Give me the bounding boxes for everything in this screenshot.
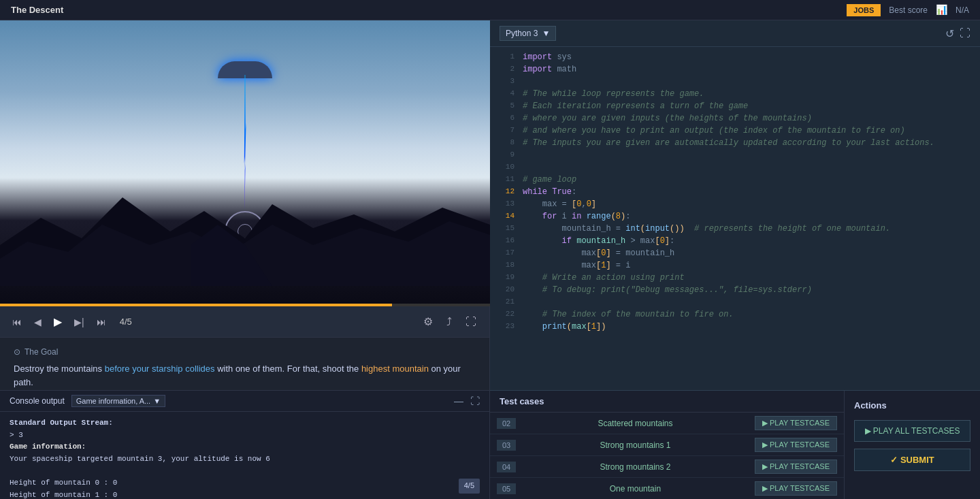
code-line-5: 5# Each iteration represents a turn of t… <box>490 101 980 114</box>
code-editor-body[interactable]: 1import sys 2import math 3 4# The while … <box>490 47 980 390</box>
code-line-18: 18 max[1] = i <box>490 261 980 273</box>
video-controls: ⏮ ◀ ▶ ▶| ⏭ 4/5 ⚙ ⤴ ⛶ <box>0 306 489 338</box>
code-line-13: 13 max = [0,0] <box>490 199 980 212</box>
score-icon: 📊 <box>936 4 947 16</box>
code-line-10: 10 <box>490 163 980 175</box>
actions-panel: Actions ▶ PLAY ALL TESTCASES ✓ SUBMIT <box>844 391 980 499</box>
code-line-1: 1import sys <box>490 52 980 65</box>
header: The Descent JOBS Best score 📊 N/A <box>0 0 980 20</box>
code-line-15: 15 mountain_h = int(input()) # represent… <box>490 224 980 236</box>
console-area: Console output Game information, A... ▼ … <box>0 390 489 499</box>
code-line-17: 17 max[0] = mountain_h <box>490 248 980 261</box>
code-line-20: 20 # To debug: print("Debug messages..."… <box>490 285 980 297</box>
code-line-12: 12while True: <box>490 187 980 199</box>
code-line-21: 21 <box>490 297 980 310</box>
code-line-7: 7# and where you have to print an output… <box>490 126 980 138</box>
step-forward-button[interactable]: ▶| <box>71 315 87 329</box>
console-dropdown[interactable]: Game information, A... ▼ <box>71 395 165 407</box>
description-area: The Goal Destroy the mountains before yo… <box>0 338 489 390</box>
code-line-16: 16 if mountain_h > max[0]: <box>490 236 980 248</box>
goal-text-2: with one of them. For that, shoot the <box>215 364 361 374</box>
code-line-3: 3 <box>490 77 980 89</box>
console-expand-button[interactable]: ⛶ <box>470 396 480 406</box>
play-testcase-04-button[interactable]: ▶ PLAY TESTCASE <box>755 460 837 474</box>
console-page-indicator: 4/5 <box>459 479 480 494</box>
chevron-down-icon: ▼ <box>542 29 550 38</box>
step-back-button[interactable]: ◀ <box>31 315 44 329</box>
test-case-name-04: Strong mountains 2 <box>523 462 748 472</box>
score-value: N/A <box>956 5 969 15</box>
code-line-8: 8# The inputs you are given are automati… <box>490 138 980 150</box>
console-line-mountain0: Height of mountain 0 : 0 <box>10 477 480 489</box>
test-case-name-03: Strong mountains 1 <box>523 440 748 450</box>
refresh-button[interactable]: ↺ <box>945 27 954 40</box>
expand-editor-button[interactable]: ⛶ <box>960 27 970 39</box>
skip-forward-end-button[interactable]: ⏭ <box>94 315 109 329</box>
code-line-6: 6# where you are given inputs (the heigh… <box>490 114 980 126</box>
share-button[interactable]: ⤴ <box>443 314 455 330</box>
actions-title: Actions <box>854 400 970 411</box>
header-right: JOBS Best score 📊 N/A <box>847 4 969 16</box>
test-case-num-03: 03 <box>497 440 516 451</box>
test-case-num-04: 04 <box>497 462 516 472</box>
play-testcase-03-button[interactable]: ▶ PLAY TESTCASE <box>755 438 837 452</box>
code-line-9: 9 <box>490 150 980 163</box>
left-panel: ⏮ ◀ ▶ ▶| ⏭ 4/5 ⚙ ⤴ ⛶ The Goal Destroy th… <box>0 20 490 499</box>
console-header: Console output Game information, A... ▼ … <box>0 391 489 412</box>
progress-bar-fill <box>0 304 392 306</box>
code-line-2: 2import math <box>490 65 980 77</box>
chevron-down-icon: ▼ <box>153 397 161 405</box>
skip-back-start-button[interactable]: ⏮ <box>10 315 24 329</box>
goal-text-1: Destroy the mountains <box>14 364 105 374</box>
video-progress-bar[interactable] <box>0 304 490 306</box>
right-panel: Python 3 ▼ ↺ ⛶ 1import sys 2import math … <box>490 20 980 499</box>
code-line-19: 19 # Write an action using print <box>490 273 980 285</box>
test-case-name-02: Scattered mountains <box>523 419 748 428</box>
code-line-11: 11# game loop <box>490 175 980 187</box>
console-line-game-msg: Your spaceship targeted mountain 3, your… <box>10 453 480 466</box>
test-case-num-05: 05 <box>497 483 516 494</box>
language-selector[interactable]: Python 3 ▼ <box>500 26 556 41</box>
console-line-value: > 3 <box>10 430 480 442</box>
test-case-row-03: 03 Strong mountains 1 ▶ PLAY TESTCASE <box>490 434 844 456</box>
code-editor-header: Python 3 ▼ ↺ ⛶ <box>490 20 980 47</box>
test-case-num-02: 02 <box>497 418 516 429</box>
console-minimize-button[interactable]: — <box>454 396 463 406</box>
console-line-gameinfo: Game information: <box>10 441 480 453</box>
video-player[interactable] <box>0 20 490 306</box>
language-label: Python 3 <box>506 29 538 38</box>
play-testcase-05-button[interactable]: ▶ PLAY TESTCASE <box>755 481 837 496</box>
frame-counter: 4/5 <box>120 317 132 327</box>
mountain-silhouette <box>0 177 490 286</box>
play-all-testcases-button[interactable]: ▶ PLAY ALL TESTCASES <box>854 420 970 442</box>
main-layout: ⏮ ◀ ▶ ▶| ⏭ 4/5 ⚙ ⤴ ⛶ The Goal Destroy th… <box>0 20 980 499</box>
goal-text-highlight2: highest mountain <box>361 364 429 374</box>
play-button[interactable]: ▶ <box>51 313 65 330</box>
submit-button[interactable]: ✓ SUBMIT <box>854 449 970 471</box>
goal-label: The Goal <box>24 347 58 357</box>
test-case-name-05: One mountain <box>523 484 748 494</box>
console-dropdown-label: Game information, A... <box>76 397 150 405</box>
best-score-label: Best score <box>889 5 928 15</box>
fullscreen-button[interactable]: ⛶ <box>462 314 480 330</box>
console-title: Console output <box>10 396 65 406</box>
code-line-14: 14 for i in range(8): <box>490 212 980 224</box>
video-background <box>0 20 490 306</box>
test-case-row-02: 02 Scattered mountains ▶ PLAY TESTCASE <box>490 413 844 434</box>
test-case-row-04: 04 Strong mountains 2 ▶ PLAY TESTCASE <box>490 456 844 478</box>
console-line-stdout: Standard Output Stream: <box>10 417 480 430</box>
app-title: The Descent <box>11 5 63 15</box>
test-cases-header: Test cases <box>490 391 844 413</box>
bottom-panels: Test cases 02 Scattered mountains ▶ PLAY… <box>490 390 980 499</box>
settings-button[interactable]: ⚙ <box>420 313 436 330</box>
test-case-row-05: 05 One mountain ▶ PLAY TESTCASE <box>490 478 844 499</box>
code-line-4: 4# The while loop represents the game. <box>490 89 980 101</box>
console-output: Standard Output Stream: > 3 Game informa… <box>0 412 489 499</box>
goal-text: Destroy the mountains before your starsh… <box>14 362 476 389</box>
play-testcase-02-button[interactable]: ▶ PLAY TESTCASE <box>755 416 837 430</box>
test-cases-panel: Test cases 02 Scattered mountains ▶ PLAY… <box>490 391 844 499</box>
jobs-button[interactable]: JOBS <box>847 4 881 16</box>
goal-title: The Goal <box>14 347 476 357</box>
goal-text-highlight1: before your starship collides <box>105 364 215 374</box>
code-line-23: 23 print(max[1]) <box>490 322 980 334</box>
